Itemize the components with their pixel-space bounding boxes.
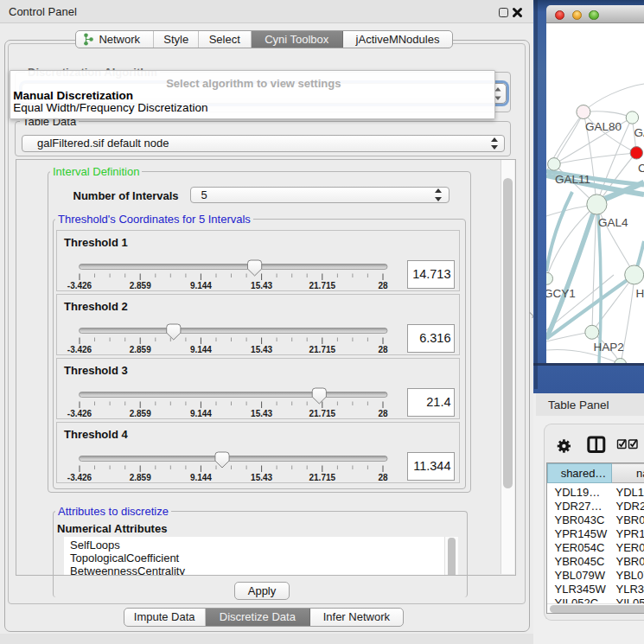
svg-text:21.715: 21.715 (309, 281, 336, 290)
svg-text:15.43: 15.43 (251, 409, 272, 418)
svg-text:2.859: 2.859 (130, 409, 151, 418)
svg-text:9.144: 9.144 (190, 345, 212, 354)
svg-text:-3.426: -3.426 (67, 473, 92, 482)
svg-text:CYC8: CYC8 (638, 162, 644, 175)
svg-text:GAL3: GAL3 (634, 126, 644, 139)
svg-text:-3.426: -3.426 (67, 409, 92, 418)
svg-text:28: 28 (378, 409, 388, 418)
svg-text:28: 28 (378, 345, 388, 354)
svg-text:9.144: 9.144 (190, 409, 212, 418)
svg-text:21.715: 21.715 (309, 473, 336, 482)
svg-text:15.43: 15.43 (251, 281, 272, 290)
svg-text:15.43: 15.43 (251, 473, 272, 482)
svg-text:9.144: 9.144 (190, 473, 212, 482)
svg-text:2.859: 2.859 (130, 473, 151, 482)
svg-text:-3.426: -3.426 (67, 345, 92, 354)
svg-text:2.859: 2.859 (130, 345, 151, 354)
svg-text:28: 28 (378, 473, 388, 482)
svg-text:GAL11: GAL11 (555, 173, 590, 186)
svg-text:9.144: 9.144 (190, 281, 212, 290)
svg-text:28: 28 (378, 281, 388, 290)
svg-text:21.715: 21.715 (309, 409, 336, 418)
svg-text:-3.426: -3.426 (67, 281, 92, 290)
svg-text:GAL4: GAL4 (598, 216, 628, 229)
svg-text:2.859: 2.859 (130, 281, 151, 290)
svg-text:HAP2: HAP2 (594, 341, 624, 354)
svg-text:HIS7: HIS7 (636, 287, 644, 300)
svg-text:GCY1: GCY1 (546, 287, 576, 300)
svg-text:15.43: 15.43 (251, 345, 272, 354)
svg-text:21.715: 21.715 (309, 345, 336, 354)
svg-text:GAL80: GAL80 (585, 120, 622, 133)
